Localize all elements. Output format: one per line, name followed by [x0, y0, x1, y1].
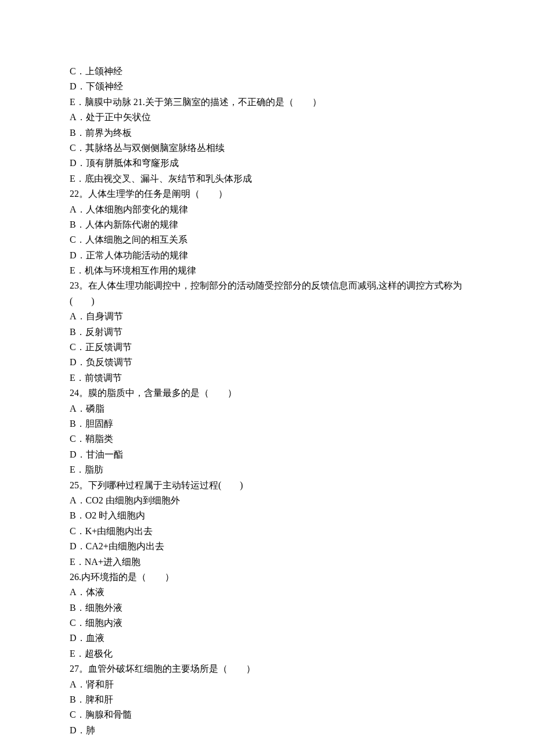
text-line: B．O2 时入细胞内	[70, 508, 464, 523]
text-line: E．超极化	[70, 646, 464, 661]
text-line: B．脾和肝	[70, 692, 464, 707]
text-line: E．机体与环境相互作用的规律	[70, 263, 464, 278]
text-line: D．正常人体功能活动的规律	[70, 248, 464, 263]
text-line: B．反射调节	[70, 325, 464, 340]
text-line: E．脑膜中动脉 21.关于第三脑室的描述，不正确的是（ ）	[70, 95, 464, 110]
text-line: A．体液	[70, 585, 464, 600]
text-line: C．正反馈调节	[70, 340, 464, 355]
text-line: E．NA+进入细胞	[70, 555, 464, 570]
text-line: D．负反馈调节	[70, 355, 464, 370]
text-line: C．细胞内液	[70, 615, 464, 631]
text-line: D．肺	[70, 723, 464, 738]
text-line: E．前馈调节	[70, 370, 464, 386]
text-line: C．上颌神经	[70, 64, 464, 79]
text-line: B．前界为终板	[70, 125, 464, 141]
text-line: 27。血管外破坏红细胞的主要场所是（ ）	[70, 661, 464, 676]
text-line: A．CO2 由细胞内到细胞外	[70, 493, 464, 508]
text-line: A．处于正中矢状位	[70, 110, 464, 125]
text-line: C．K+由细胞内出去	[70, 524, 464, 539]
text-line: C．其脉络丛与双侧侧脑室脉络丛相续	[70, 141, 464, 156]
text-line: A．人体细胞内部变化的规律	[70, 202, 464, 217]
text-line: D．甘油一酯	[70, 447, 464, 462]
text-line: C．胸腺和骨髓	[70, 707, 464, 722]
text-line: A．自身调节	[70, 309, 464, 324]
text-line: E．脂肪	[70, 462, 464, 477]
text-line: D．血液	[70, 631, 464, 646]
text-line: 22。人体生理学的任务是阐明（ ）	[70, 186, 464, 201]
text-line: C．鞘脂类	[70, 431, 464, 447]
document-body: C．上颌神经D．下颌神经E．脑膜中动脉 21.关于第三脑室的描述，不正确的是（ …	[70, 64, 464, 738]
text-line: D．CA2+由细胞内出去	[70, 539, 464, 554]
text-line: 24。膜的脂质中，含量最多的是（ ）	[70, 386, 464, 401]
text-line: 26.内环境指的是（ ）	[70, 570, 464, 585]
text-line: B．细胞外液	[70, 600, 464, 615]
text-line: C．人体细胞之间的相互关系	[70, 232, 464, 247]
text-line: B．人体内新陈代谢的规律	[70, 217, 464, 232]
text-line: A．磷脂	[70, 401, 464, 416]
text-line: E．底由视交叉、漏斗、灰结节和乳头体形成	[70, 171, 464, 186]
text-line: D．顶有胼胝体和穹窿形成	[70, 156, 464, 171]
text-line: D．下颌神经	[70, 79, 464, 94]
text-line: 23。在人体生理功能调控中，控制部分的活动随受控部分的反馈信息而减弱,这样的调控…	[70, 278, 464, 309]
text-line: A．肾和肝	[70, 677, 464, 692]
text-line: B．胆固醇	[70, 416, 464, 431]
text-line: 25。下列哪种过程属于主动转运过程( )	[70, 478, 464, 493]
